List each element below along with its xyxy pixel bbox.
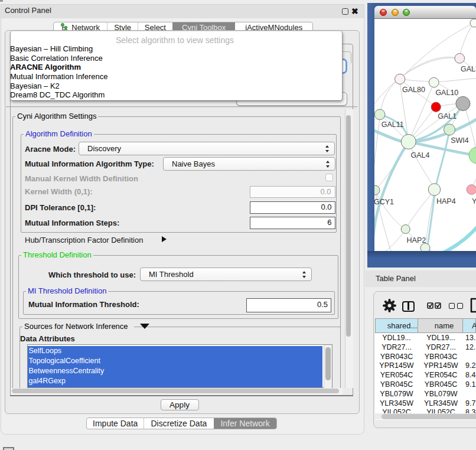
svg-text:HAP4: HAP4 [436,197,456,206]
svg-text:HAP2: HAP2 [407,236,426,244]
svg-text:Y: Y [472,197,476,206]
svg-text:GAL11: GAL11 [382,120,404,129]
svg-text:GAL4: GAL4 [411,151,430,159]
svg-text:GAL10: GAL10 [435,89,458,97]
svg-text:SWI4: SWI4 [451,136,469,145]
svg-text:GAL7: GAL7 [461,65,476,73]
svg-text:GAL1: GAL1 [438,112,457,120]
svg-text:GCY1: GCY1 [374,198,394,206]
svg-text:GAL80: GAL80 [402,86,425,94]
